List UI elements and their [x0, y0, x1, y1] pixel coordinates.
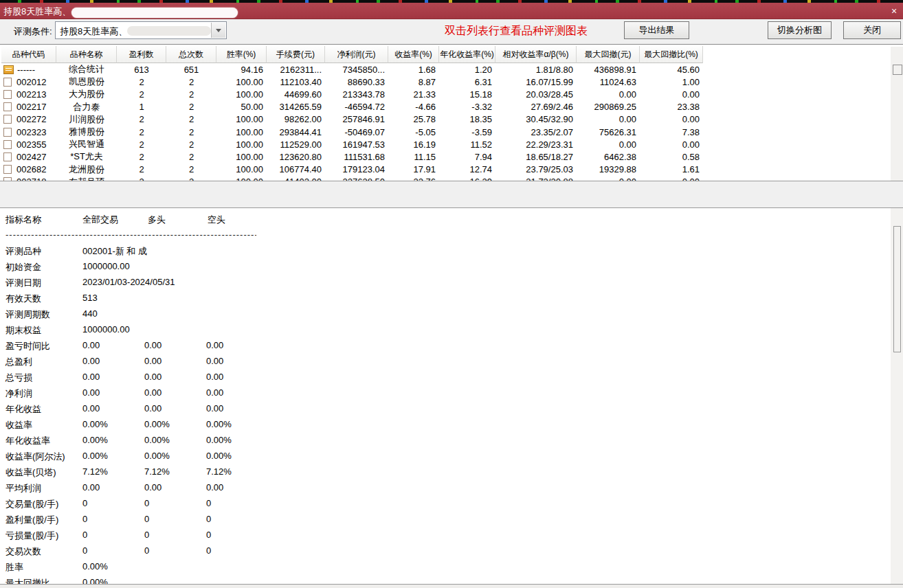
table-cell: 0.00: [577, 89, 640, 100]
stat-value: 0.00: [82, 387, 100, 398]
stat-value: 440: [82, 308, 98, 319]
table-cell: 98262.00: [267, 114, 325, 124]
stat-label: 有效天数: [5, 293, 41, 305]
row-checkbox[interactable]: [3, 90, 12, 99]
column-header[interactable]: 年化收益率(%): [439, 46, 495, 63]
row-checkbox[interactable]: [3, 102, 12, 111]
stat-value: 0.00%: [144, 451, 170, 461]
stats-scrollbar[interactable]: [891, 208, 903, 584]
table-cell: 213343.78: [325, 89, 388, 100]
table-row[interactable]: 002427*ST尤夫22100.00123620.80111531.6811.…: [1, 150, 709, 163]
table-cell: 1.68: [388, 65, 439, 75]
table-row[interactable]: 002682龙洲股份22100.00106774.40179123.0417.9…: [1, 163, 709, 176]
table-cell: 50.00: [216, 102, 267, 112]
table-cell: -46594.72: [325, 102, 388, 112]
stat-row: 亏损量(股/手)000: [5, 530, 878, 543]
column-header[interactable]: 品种代码: [1, 46, 56, 63]
column-header[interactable]: 盈利数: [117, 46, 166, 63]
table-cell: 100.00: [216, 77, 267, 87]
stat-row: 初始资金1000000.00: [5, 261, 878, 275]
stat-value: 0.00%: [144, 419, 170, 429]
table-cell: 94.16: [216, 65, 267, 75]
stat-value: 0.00%: [206, 419, 232, 429]
stock-code-cell: 002427: [1, 152, 56, 162]
table-row[interactable]: ------综合统计61365194.162162311...7345850..…: [1, 63, 709, 76]
table-cell: 0.58: [640, 152, 703, 162]
column-header[interactable]: 相对收益率α/β(%): [495, 46, 577, 63]
scrollbar-thumb[interactable]: [893, 226, 901, 352]
scrollbar-thumb[interactable]: [893, 65, 902, 75]
table-row[interactable]: 002213大为股份22100.0044699.60213343.7821.33…: [1, 88, 709, 100]
title-bar: 持股8天胜率高、 ×: [0, 3, 903, 19]
table-scrollbar[interactable]: [891, 47, 903, 181]
stat-row: 收益率(贝塔)7.12%7.12%7.12%: [5, 466, 878, 480]
stats-header: 指标名称: [5, 214, 41, 226]
condition-combobox[interactable]: 持股8天胜率高、: [55, 21, 227, 39]
stat-value: 0: [144, 530, 149, 540]
stock-name: 合力泰: [56, 101, 117, 113]
row-checkbox[interactable]: [3, 165, 12, 174]
table-row[interactable]: 002355兴民智通22100.00112529.00161947.5316.1…: [1, 138, 709, 150]
table-cell: 651: [166, 65, 216, 75]
table-cell: 2: [166, 114, 216, 124]
table-cell: 2162311...: [267, 65, 325, 75]
stat-value: 0: [82, 530, 87, 540]
combobox-dropdown-button[interactable]: [211, 23, 225, 38]
stat-row: 年化收益0.000.000.00: [5, 403, 878, 417]
column-header[interactable]: 最大回撤比(%): [640, 46, 703, 63]
column-header[interactable]: 净利润(元): [325, 46, 388, 63]
row-checkbox[interactable]: [3, 128, 12, 137]
row-checkbox[interactable]: [3, 78, 12, 87]
column-header[interactable]: 总次数: [166, 46, 216, 63]
column-header[interactable]: 收益率(%): [388, 46, 439, 63]
table-cell: 7.38: [640, 127, 703, 137]
stat-value: 0: [82, 498, 87, 508]
table-body: ------综合统计61365194.162162311...7345850..…: [1, 63, 709, 181]
stat-row: 净利润0.000.000.00: [5, 387, 878, 401]
evaluation-stats-panel: 指标名称全部交易多头空头----------------------------…: [0, 207, 903, 584]
stat-label: 交易量(股/手): [5, 498, 58, 510]
row-checkbox[interactable]: [3, 115, 12, 124]
column-header[interactable]: 品种名称: [56, 46, 117, 63]
stat-label: 年化收益: [5, 403, 41, 416]
column-header[interactable]: 手续费(元): [267, 46, 325, 63]
table-row[interactable]: 002323雅博股份22100.00293844.41-50469.07-5.0…: [1, 126, 709, 138]
table-row[interactable]: 002718友邦吊顶22100.0041402.00227638.5022.76…: [1, 176, 709, 181]
column-header[interactable]: 最大回撤(元): [577, 46, 640, 63]
close-button[interactable]: 关闭: [843, 21, 901, 39]
stat-value: 002001-新 和 成: [82, 245, 147, 258]
table-cell: 314265.59: [267, 102, 325, 112]
stat-value: 0.00: [206, 403, 223, 414]
stock-code: 002012: [16, 77, 46, 87]
stat-label: 净利润: [5, 387, 32, 400]
window-title: 持股8天胜率高、: [3, 5, 71, 18]
table-row[interactable]: 002217合力泰1250.00314265.59-46594.72-4.66-…: [1, 101, 709, 113]
stat-row: 盈利量(股/手)000: [5, 514, 878, 528]
table-cell: 27.69/2.46: [495, 102, 577, 112]
export-results-button[interactable]: 导出结果: [624, 21, 689, 39]
stat-row: 交易次数000: [5, 545, 878, 559]
table-cell: 18.65/18.27: [495, 152, 577, 162]
stat-value: 0: [82, 545, 87, 556]
table-row[interactable]: 002012凯恩股份22100.00112103.4088690.338.876…: [1, 76, 709, 88]
table-cell: 1.81/8.80: [495, 65, 577, 75]
column-header[interactable]: 胜率(%): [216, 46, 267, 63]
stock-code: 002682: [16, 164, 46, 174]
stat-row: 年化收益率0.00%0.00%0.00%: [5, 435, 878, 449]
stock-name: 雅博股份: [56, 126, 117, 138]
close-icon[interactable]: ×: [888, 5, 900, 17]
row-checkbox[interactable]: [3, 152, 12, 161]
table-cell: 2: [166, 164, 216, 174]
table-row[interactable]: 002272川润股份22100.0098262.00257846.9125.78…: [1, 113, 709, 126]
table-cell: 44699.60: [267, 89, 325, 100]
table-cell: 0.00: [640, 139, 703, 150]
stock-name: 龙洲股份: [56, 163, 117, 176]
stat-label: 总盈利: [5, 356, 32, 368]
stats-header: 多头: [148, 214, 166, 226]
switch-analysis-chart-button[interactable]: 切换分析图: [768, 21, 832, 39]
table-cell: 88690.33: [325, 77, 388, 87]
row-checkbox[interactable]: [3, 140, 12, 149]
double-click-hint: 双击列表行查看品种评测图表: [445, 24, 588, 38]
stat-value: 0: [206, 545, 211, 556]
stat-value: 1000000.00: [82, 324, 130, 335]
